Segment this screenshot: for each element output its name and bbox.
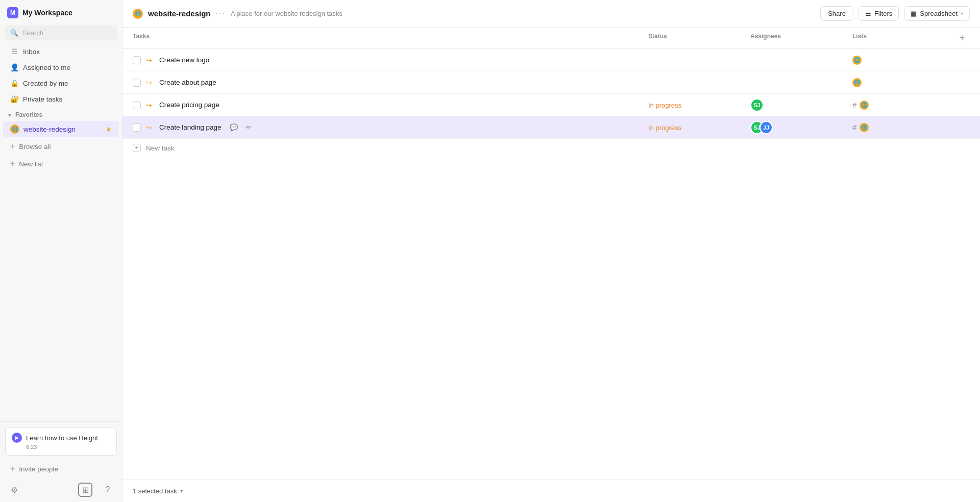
task-name: Create about page: [159, 79, 216, 86]
task-name: Create pricing page: [159, 101, 219, 109]
task-checkbox[interactable]: [133, 79, 141, 87]
avatar: SJ: [750, 98, 764, 112]
plus-icon: +: [10, 159, 15, 168]
task-type-icon: ↪: [146, 79, 154, 87]
comment-icon: 💬: [230, 123, 238, 131]
task-checkbox[interactable]: [133, 56, 141, 64]
invite-label: Invite people: [19, 465, 58, 473]
tutorial-time: 6:23: [26, 444, 110, 450]
new-task-plus-icon: +: [133, 144, 141, 152]
sidebar-item-private[interactable]: 🔐 Private tasks: [3, 91, 119, 107]
plus-circle-icon: +: [10, 464, 15, 473]
topbar-right: Share ⚌ Filters ▦ Spreadsheet ▾: [820, 6, 970, 21]
filter-icon: ⚌: [865, 10, 871, 17]
status-badge: In progress: [648, 102, 681, 109]
lists-cell: # 🌐: [852, 123, 954, 132]
sidebar-item-inbox[interactable]: ☰ Inbox: [3, 44, 119, 59]
col-lists: Lists: [852, 33, 954, 43]
workspace-icon: M: [7, 7, 18, 18]
play-icon: ▶: [12, 433, 22, 443]
project-globe-icon: 🌐: [10, 124, 19, 134]
edit-icon[interactable]: ✏: [246, 123, 252, 131]
col-status: Status: [648, 33, 750, 43]
avatar-jj: JJ: [760, 121, 773, 134]
lock-icon: 🔐: [10, 95, 18, 103]
new-list-label: New list: [19, 160, 43, 168]
sidebar-bottom: ▶ Learn how to use Height 6:23 + Invite …: [0, 421, 122, 502]
add-column-button[interactable]: +: [954, 33, 970, 43]
sidebar: M My Workspace 🔍 Search ☰ Inbox 👤 Assign…: [0, 0, 122, 502]
project-title: website-redesign: [148, 9, 211, 18]
chevron-down-icon: ▾: [180, 488, 183, 494]
plus-icon: +: [10, 142, 15, 151]
main-content: 🌐 website-redesign ··· A place for our w…: [122, 0, 980, 502]
list-globe-icon: 🌐: [852, 56, 862, 65]
browse-all-item[interactable]: + Browse all: [3, 138, 119, 155]
lists-cell: 🌐: [852, 56, 954, 65]
assignees-cell: SJ JJ: [750, 121, 852, 134]
search-icon: 🔍: [10, 29, 18, 37]
sidebar-item-website-redesign[interactable]: 🌐 website-redesign ★: [3, 121, 119, 137]
sidebar-footer: ⚙ ⊞ ?: [0, 478, 122, 502]
filters-label: Filters: [874, 10, 892, 17]
col-assignees: Assignees: [750, 33, 852, 43]
chevron-down-icon: ▼: [7, 112, 12, 118]
sidebar-item-assigned[interactable]: 👤 Assigned to me: [3, 60, 119, 75]
project-description: A place for our website redesign tasks: [231, 10, 342, 17]
project-icon: 🌐: [133, 9, 143, 19]
new-task-label: New task: [146, 144, 175, 152]
task-type-icon: ↪: [146, 101, 154, 109]
add-task-button[interactable]: ⊞: [78, 483, 92, 497]
more-options-button[interactable]: ···: [216, 9, 226, 18]
new-list-item[interactable]: + New list: [3, 156, 119, 172]
workspace-label: My Workspace: [22, 9, 72, 17]
list-hash-icon: #: [852, 123, 856, 132]
topbar: 🌐 website-redesign ··· A place for our w…: [122, 0, 980, 28]
sidebar-item-label: Inbox: [23, 48, 40, 56]
sidebar-item-label: Assigned to me: [23, 64, 70, 71]
search-placeholder: Search: [22, 29, 43, 37]
table-row[interactable]: ↪ Create pricing page In progress SJ # 🌐: [122, 94, 980, 116]
favorites-label: Favorites: [15, 111, 42, 118]
settings-icon[interactable]: ⚙: [7, 483, 21, 497]
task-name-cell: ↪ Create landing page 💬 ✏: [133, 118, 648, 137]
sidebar-item-label: Private tasks: [23, 95, 62, 103]
help-icon[interactable]: ?: [101, 483, 115, 497]
inbox-icon: ☰: [10, 47, 18, 56]
workspace-header[interactable]: M My Workspace: [0, 0, 122, 23]
tutorial-title: Learn how to use Height: [26, 434, 98, 442]
list-hash-icon: #: [852, 101, 856, 109]
task-checkbox[interactable]: [133, 123, 141, 132]
table-row[interactable]: ↪ Create new logo 🌐: [122, 49, 980, 71]
favorites-section-header[interactable]: ▼ Favorites: [0, 107, 122, 120]
status-cell: In progress: [648, 123, 750, 132]
footer-icons: ⊞ ?: [78, 483, 115, 497]
list-globe-icon: 🌐: [860, 123, 869, 132]
browse-all-label: Browse all: [19, 143, 51, 150]
view-label: Spreadsheet: [920, 10, 958, 17]
tutorial-card[interactable]: ▶ Learn how to use Height 6:23: [5, 427, 117, 456]
task-name: Create new logo: [159, 56, 209, 64]
invite-people-item[interactable]: + Invite people: [3, 461, 119, 477]
table-row[interactable]: ↪ Create about page 🌐: [122, 71, 980, 94]
tutorial-header: ▶ Learn how to use Height: [12, 433, 110, 443]
view-toggle-button[interactable]: ▦ Spreadsheet ▾: [904, 6, 970, 21]
task-name-cell: ↪ Create new logo: [133, 51, 648, 69]
table-row[interactable]: ↪ Create landing page 💬 ✏ In progress SJ…: [122, 116, 980, 139]
topbar-left: 🌐 website-redesign ··· A place for our w…: [133, 9, 342, 19]
bottom-bar: 1 selected task ▾: [122, 480, 980, 502]
status-badge: In progress: [648, 124, 681, 132]
filters-button[interactable]: ⚌ Filters: [859, 6, 899, 21]
new-task-row[interactable]: + New task: [122, 139, 980, 157]
selected-count-text: 1 selected task: [133, 487, 177, 495]
task-name: Create landing page: [159, 123, 222, 131]
list-globe-icon: 🌐: [860, 101, 869, 110]
table-header: Tasks Status Assignees Lists +: [122, 28, 980, 49]
share-button[interactable]: Share: [820, 6, 853, 21]
search-bar[interactable]: 🔍 Search: [5, 26, 117, 40]
col-tasks: Tasks: [133, 33, 648, 43]
user-lock-icon: 🔒: [10, 79, 18, 87]
selected-count[interactable]: 1 selected task ▾: [133, 487, 183, 495]
sidebar-item-created[interactable]: 🔒 Created by me: [3, 76, 119, 91]
task-checkbox[interactable]: [133, 101, 141, 109]
